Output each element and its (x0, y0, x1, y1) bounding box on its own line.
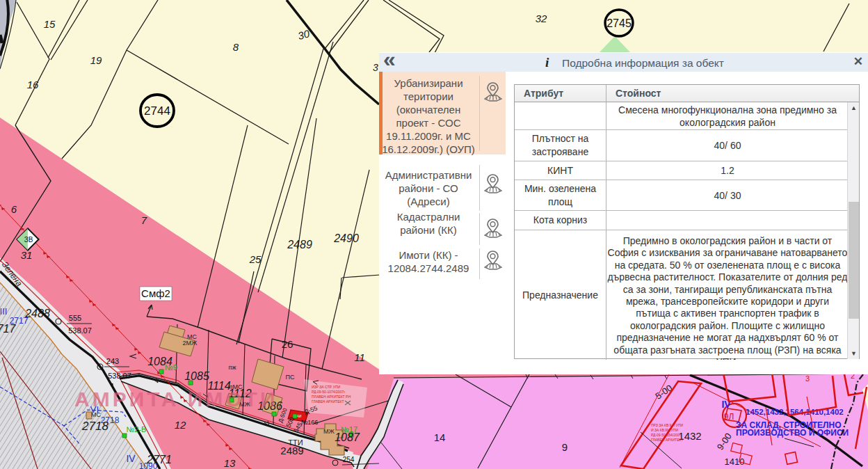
svg-text:ПРЗ ЗА КВ.9 И УПИ: ПРЗ ЗА КВ.9 И УПИ (651, 423, 684, 427)
svg-text:9: 9 (562, 441, 568, 453)
svg-text:3: 3 (373, 62, 378, 73)
svg-text:14: 14 (434, 431, 446, 443)
svg-text:7: 7 (141, 214, 147, 226)
svg-text:8: 8 (233, 41, 239, 53)
svg-text:ПРОИЗВОДСТВО И ОФИСИ: ПРОИЗВОДСТВО И ОФИСИ (736, 428, 849, 438)
svg-text:IV: IV (721, 399, 731, 410)
svg-text:1087: 1087 (335, 431, 360, 443)
svg-text:ПС: ПС (286, 374, 295, 381)
svg-text:АМРИТА ИМОТИ: АМРИТА ИМОТИ (74, 388, 278, 411)
svg-text:ПЛАВЕН АРХИТЕКТ Р.Н: ПЛАВЕН АРХИТЕКТ Р.Н (312, 395, 351, 399)
svg-text:пж: пж (229, 364, 236, 371)
svg-text:ИЗР ЗА СТР. УПИ: ИЗР ЗА СТР. УПИ (312, 385, 341, 389)
svg-text:III: III (0, 306, 7, 317)
svg-text:ГЛАВЕН АРХИТЕКТ: ГЛАВЕН АРХИТЕКТ (651, 438, 683, 442)
svg-text:РД-09-50-1074/2007г.: РД-09-50-1074/2007г. (312, 390, 346, 394)
svg-text:31: 31 (21, 249, 33, 261)
svg-text:МЖ: МЖ (323, 428, 335, 435)
svg-text:555: 555 (69, 314, 81, 322)
svg-text:32: 32 (536, 13, 547, 24)
svg-text:№166: №166 (301, 419, 319, 426)
svg-text:12: 12 (175, 419, 186, 431)
svg-text:9Л: 9Л (724, 412, 734, 422)
svg-text:15: 15 (44, 18, 56, 30)
svg-text:2488: 2488 (24, 308, 50, 319)
svg-text:2489: 2489 (287, 239, 312, 251)
svg-text:ГЛАВЕН АРХИТЕКТ: ГЛАВЕН АРХИТЕКТ (312, 399, 344, 404)
svg-text:26: 26 (282, 338, 294, 350)
svg-text:3: 3 (805, 374, 810, 383)
svg-text:13: 13 (224, 457, 236, 469)
svg-text:1085: 1085 (184, 370, 209, 382)
svg-text:ЗВ: ЗВ (24, 236, 33, 244)
svg-text:243: 243 (106, 357, 119, 365)
svg-text:2490: 2490 (333, 232, 359, 244)
svg-text:Смф2: Смф2 (141, 287, 170, 299)
svg-text:538.07: 538.07 (68, 326, 92, 335)
svg-text:538.07: 538.07 (108, 372, 131, 380)
svg-text:25: 25 (249, 253, 262, 265)
svg-text:6: 6 (11, 203, 17, 215)
svg-text:254: 254 (343, 456, 355, 463)
svg-text:IV: IV (126, 453, 136, 464)
svg-text:19: 19 (90, 54, 102, 66)
svg-text:АИ: АИ (297, 414, 302, 418)
svg-text:2744: 2744 (144, 104, 170, 118)
svg-text:РД-09-50-554/2007: РД-09-50-554/2007 (651, 433, 682, 437)
svg-text:1084: 1084 (147, 356, 172, 367)
svg-text:2718: 2718 (81, 420, 108, 433)
svg-text:№2-В: №2-В (127, 425, 147, 434)
svg-text:16: 16 (27, 79, 39, 90)
svg-text:717: 717 (0, 323, 16, 335)
svg-text:11: 11 (354, 351, 365, 363)
svg-text:ТТИ: ТТИ (288, 438, 303, 447)
svg-text:2745: 2745 (606, 17, 632, 29)
svg-text:1410: 1410 (725, 456, 745, 467)
svg-text:1090: 1090 (139, 461, 158, 469)
svg-text:2МЖ: 2МЖ (183, 340, 198, 347)
svg-text:И ЗА КВ.9М,УПИ: И ЗА КВ.9М,УПИ (651, 428, 678, 432)
